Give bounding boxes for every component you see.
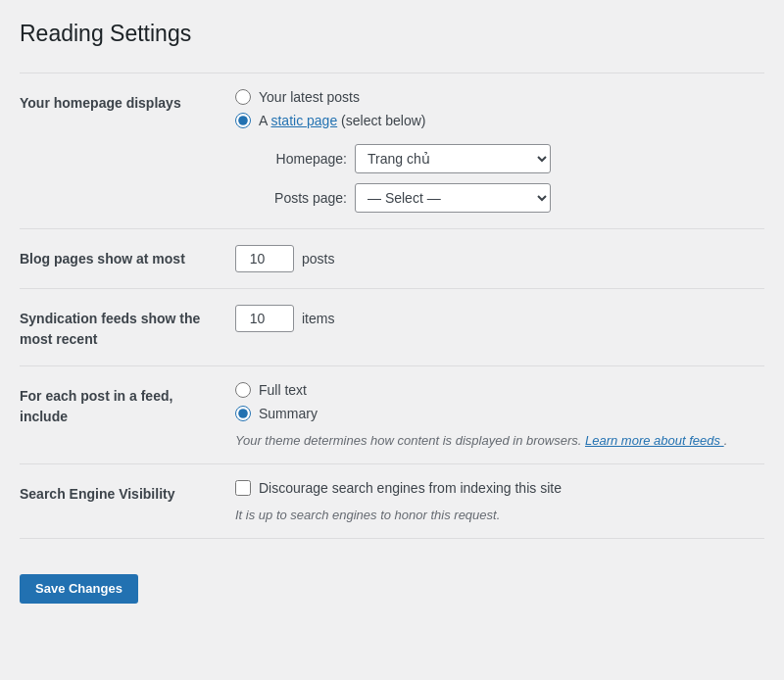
feed-content-label: For each post in a feed, include	[20, 382, 235, 427]
feed-content-control: Full text Summary Your theme determines …	[235, 382, 764, 448]
homepage-field-row: Homepage: Trang chủ Home About	[259, 144, 764, 173]
search-visibility-row: Search Engine Visibility Discourage sear…	[20, 463, 764, 538]
syndication-feeds-input[interactable]: 10	[235, 305, 294, 332]
syndication-feeds-control: 10 items	[235, 305, 764, 332]
homepage-select[interactable]: Trang chủ Home About	[355, 144, 551, 173]
radio-static[interactable]	[235, 113, 251, 128]
homepage-displays-row: Your homepage displays Your latest posts…	[20, 73, 764, 228]
static-page-link[interactable]: static page	[270, 113, 337, 128]
page-title: Reading Settings	[20, 20, 764, 49]
radio-static-label: A static page (select below)	[259, 113, 425, 128]
page-container: Reading Settings Your homepage displays …	[0, 0, 784, 680]
radio-option-full-text[interactable]: Full text	[235, 382, 764, 398]
radio-summary-label: Summary	[259, 406, 318, 421]
discourage-indexing-checkbox[interactable]	[235, 480, 251, 496]
syndication-feeds-suffix: items	[302, 311, 334, 326]
radio-full-text-label: Full text	[259, 382, 307, 398]
blog-pages-label: Blog pages show at most	[20, 245, 235, 269]
radio-option-static[interactable]: A static page (select below)	[235, 113, 764, 128]
blog-pages-input-row: 10 posts	[235, 245, 764, 272]
blog-pages-suffix: posts	[302, 251, 334, 267]
search-visibility-description: It is up to search engines to honor this…	[235, 508, 764, 522]
discourage-indexing-label: Discourage search engines from indexing …	[259, 480, 562, 496]
radio-option-summary[interactable]: Summary	[235, 406, 764, 421]
save-changes-button[interactable]: Save Changes	[20, 574, 138, 604]
radio-latest-label: Your latest posts	[259, 89, 360, 105]
feed-content-row: For each post in a feed, include Full te…	[20, 365, 764, 463]
search-visibility-label: Search Engine Visibility	[20, 480, 235, 505]
search-visibility-control: Discourage search engines from indexing …	[235, 480, 764, 522]
blog-pages-control: 10 posts	[235, 245, 764, 272]
checkbox-option-discourage[interactable]: Discourage search engines from indexing …	[235, 480, 764, 496]
blog-pages-row: Blog pages show at most 10 posts	[20, 228, 764, 288]
radio-full-text[interactable]	[235, 382, 251, 398]
blog-pages-input[interactable]: 10	[235, 245, 294, 272]
homepage-displays-label: Your homepage displays	[20, 89, 235, 114]
radio-latest[interactable]	[235, 89, 251, 105]
syndication-feeds-label: Syndication feeds show the most recent	[20, 305, 235, 350]
homepage-fields: Homepage: Trang chủ Home About Posts pag…	[259, 144, 764, 213]
posts-page-field-row: Posts page: — Select — Blog News	[259, 183, 764, 213]
radio-summary[interactable]	[235, 406, 251, 421]
radio-option-latest[interactable]: Your latest posts	[235, 89, 764, 105]
posts-page-field-label: Posts page:	[259, 190, 347, 206]
feed-content-description: Your theme determines how content is dis…	[235, 433, 764, 448]
homepage-field-label: Homepage:	[259, 151, 347, 167]
posts-page-select[interactable]: — Select — Blog News	[355, 183, 551, 213]
learn-more-feeds-link[interactable]: Learn more about feeds	[585, 433, 724, 448]
homepage-displays-control: Your latest posts A static page (select …	[235, 89, 764, 213]
syndication-feeds-row: Syndication feeds show the most recent 1…	[20, 288, 764, 365]
syndication-feeds-input-row: 10 items	[235, 305, 764, 332]
footer-row: Save Changes	[20, 538, 764, 619]
